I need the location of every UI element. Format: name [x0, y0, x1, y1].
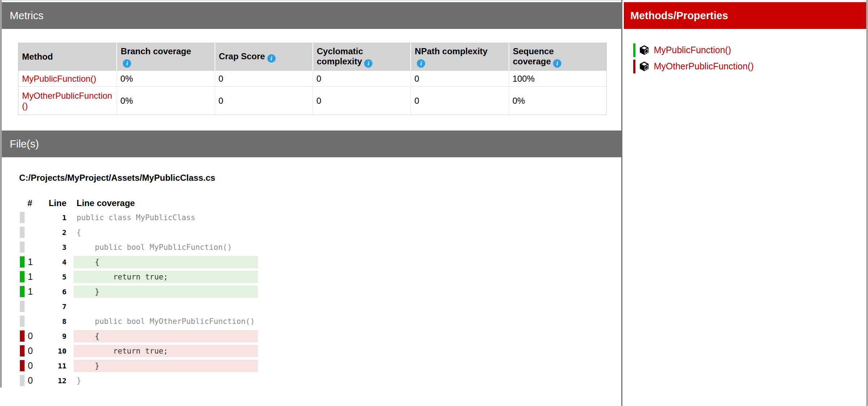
info-icon[interactable]: i — [553, 59, 561, 68]
column-header-line: Cyclomatic — [317, 46, 407, 56]
sidebar-method-item[interactable]: MyOtherPublicFunction() — [633, 58, 753, 74]
metric-value-cell: 0 — [410, 70, 508, 86]
code-text: { — [74, 226, 258, 239]
coverage-indicator — [20, 345, 25, 356]
column-header-line: NPath complexity — [415, 46, 505, 56]
right-scrollbar[interactable] — [866, 0, 868, 406]
line-number: 2 — [41, 228, 66, 237]
code-line-row: 012} — [20, 373, 258, 388]
hit-count: 0 — [25, 331, 41, 341]
hit-count: 0 — [25, 346, 41, 356]
coverage-indicator — [20, 256, 25, 268]
metrics-table: MethodBranch coverageiCrap ScoreiCycloma… — [18, 43, 607, 115]
code-line-row: 011 } — [20, 358, 258, 373]
column-header-line: Branch coverage — [121, 46, 211, 56]
line-number: 5 — [41, 273, 66, 281]
column-header-sequence-coverage: Sequencecoveragei — [509, 43, 606, 70]
column-header-line: Crap Scorei — [219, 51, 309, 63]
metric-value-cell: 100% — [509, 70, 606, 86]
metrics-section-header: Metrics — [2, 2, 621, 29]
column-header-line: i — [121, 56, 211, 68]
metric-value-cell: 0 — [215, 86, 312, 115]
info-icon[interactable]: i — [417, 59, 425, 68]
cube-icon — [639, 45, 649, 55]
hit-count: 1 — [25, 286, 41, 297]
hits-column-header: # — [25, 198, 41, 208]
main-content: Metrics MethodBranch coverageiCrap Score… — [2, 0, 621, 406]
metric-value-cell: 0 — [410, 86, 508, 115]
code-line-row: 09 { — [20, 329, 258, 343]
column-header-line: Method — [22, 52, 113, 62]
metric-value-cell: 0% — [116, 86, 214, 115]
method-cell: MyPublicFunction() — [18, 70, 116, 86]
metric-value-cell: 0 — [312, 86, 410, 115]
line-number: 10 — [41, 347, 66, 355]
sidebar-title: Methods/Properties — [630, 10, 728, 21]
sidebar: Methods/Properties MyPublicFunction()MyO… — [624, 0, 866, 406]
metric-value-cell: 0 — [312, 70, 410, 86]
hit-count: 1 — [25, 257, 41, 267]
table-row: MyPublicFunction()0%000100% — [18, 70, 606, 86]
coverage-indicator — [20, 301, 25, 312]
line-number: 11 — [41, 362, 66, 370]
coverage-indicator — [20, 330, 25, 342]
line-coverage-header: # Line Line coverage — [20, 196, 258, 210]
coverage-indicator — [20, 375, 25, 386]
code-line-row: 3 public bool MyPublicFunction() — [20, 240, 258, 255]
coverage-column-header: Line coverage — [74, 198, 258, 208]
line-number: 12 — [41, 376, 66, 385]
column-header-cyclomatic-complexity: Cyclomaticcomplexityi — [312, 43, 410, 70]
files-section-title: File(s) — [10, 138, 39, 150]
coverage-indicator — [20, 316, 25, 327]
code-line-row: 8 public bool MyOtherPublicFunction() — [20, 314, 258, 329]
column-header-line: complexityi — [317, 56, 407, 68]
method-link[interactable]: MyOtherPublicFunction() — [654, 61, 753, 72]
code-text: { — [74, 330, 258, 342]
method-cell: MyOtherPublicFunction() — [18, 86, 116, 115]
column-header-crap-score: Crap Scorei — [215, 43, 312, 70]
info-icon[interactable]: i — [267, 54, 276, 63]
code-line-row: 1public class MyPublicClass — [20, 210, 258, 225]
hit-count: 0 — [25, 375, 41, 386]
code-text: { — [74, 256, 258, 268]
code-line-row: 010 return true; — [20, 343, 258, 358]
sidebar-header: Methods/Properties — [624, 2, 866, 29]
table-row: MyOtherPublicFunction()0%0000% — [18, 86, 606, 115]
metric-value-cell: 0% — [116, 70, 214, 86]
method-link[interactable]: MyPublicFunction() — [22, 74, 96, 84]
method-link[interactable]: MyOtherPublicFunction() — [22, 91, 112, 111]
line-number: 1 — [41, 213, 66, 222]
info-icon[interactable]: i — [364, 59, 372, 68]
cube-icon — [639, 61, 649, 72]
files-section-header: File(s) — [2, 131, 621, 157]
coverage-indicator — [20, 242, 25, 253]
line-number: 9 — [41, 332, 66, 341]
code-text: return true; — [74, 271, 258, 283]
line-column-header: Line — [41, 198, 66, 208]
code-text: } — [74, 375, 258, 387]
code-text: public bool MyPublicFunction() — [74, 241, 258, 253]
code-text: public bool MyOtherPublicFunction() — [74, 315, 258, 328]
column-header-method: Method — [18, 43, 116, 70]
coverage-status-bar — [633, 43, 635, 57]
code-line-row: 15 return true; — [20, 269, 258, 284]
file-path: C:/Projects/MyProject/Assets/MyPublicCla… — [19, 173, 215, 183]
coverage-indicator — [20, 286, 25, 297]
code-text: } — [74, 286, 258, 298]
coverage-indicator — [20, 227, 25, 238]
code-text: return true; — [74, 345, 258, 357]
code-line-row: 14 { — [20, 255, 258, 269]
line-number: 3 — [41, 243, 66, 252]
column-header-line: Sequence — [513, 46, 603, 56]
line-number: 4 — [41, 258, 66, 266]
metric-value-cell: 0% — [509, 86, 606, 115]
code-line-row: 7 — [20, 299, 258, 314]
line-number: 8 — [41, 317, 66, 326]
code-text: public class MyPublicClass — [74, 211, 258, 224]
coverage-indicator — [20, 360, 25, 371]
sidebar-method-item[interactable]: MyPublicFunction() — [633, 42, 753, 58]
info-icon[interactable]: i — [123, 59, 131, 68]
method-link[interactable]: MyPublicFunction() — [654, 45, 731, 55]
column-header-branch-coverage: Branch coveragei — [116, 43, 214, 70]
column-header-npath-complexity: NPath complexityi — [410, 43, 508, 70]
